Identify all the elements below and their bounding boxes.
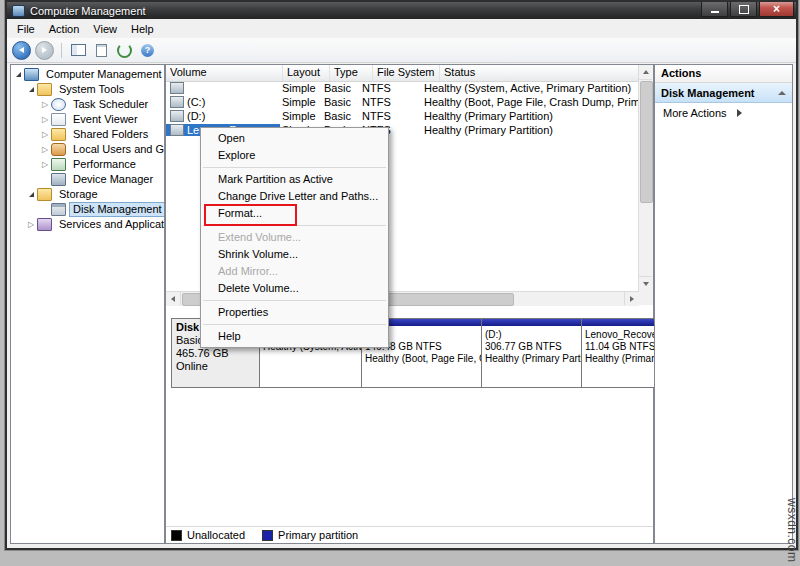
- context-menu-format[interactable]: Format...: [201, 205, 388, 222]
- expander-icon[interactable]: [26, 87, 36, 92]
- window-title: Computer Management: [30, 5, 146, 17]
- actions-section-label: Disk Management: [661, 87, 755, 99]
- tree-item-storage[interactable]: Storage: [11, 187, 164, 202]
- volume-row[interactable]: (C:) Simple Basic NTFS Healthy (Boot, Pa…: [166, 95, 639, 109]
- tree-item-task-scheduler[interactable]: Task Scheduler: [11, 97, 164, 112]
- volume-type: Basic: [322, 96, 360, 108]
- partition-d[interactable]: (D:) 306.77 GB NTFS Healthy (Primary Par…: [482, 318, 582, 388]
- tree-item-device-manager[interactable]: Device Manager: [11, 172, 164, 187]
- context-menu-properties[interactable]: Properties: [201, 304, 388, 321]
- primary-partition-color-bar: [482, 319, 581, 326]
- expander-icon[interactable]: [13, 72, 23, 77]
- volume-icon: [170, 110, 184, 122]
- volume-status: Healthy (Primary Partition): [422, 110, 639, 122]
- maximize-button[interactable]: [730, 2, 757, 17]
- menu-help[interactable]: Help: [124, 21, 161, 37]
- minimize-button[interactable]: [701, 2, 728, 17]
- menu-separator: [203, 167, 386, 168]
- scroll-left-icon: [171, 296, 175, 302]
- vertical-scroll-thumb[interactable]: [640, 81, 653, 203]
- vertical-scrollbar[interactable]: [638, 65, 653, 291]
- expander-icon[interactable]: [40, 161, 50, 169]
- watermark: wsxdn.com: [785, 498, 799, 563]
- actions-section-disk-management[interactable]: Disk Management: [655, 83, 792, 103]
- document-icon: [96, 44, 107, 57]
- column-header-layout[interactable]: Layout: [283, 65, 330, 81]
- column-header-file-system[interactable]: File System: [373, 65, 440, 81]
- forward-button[interactable]: [35, 41, 54, 60]
- partition-status: Healthy (Primary Partition): [485, 353, 578, 365]
- close-button[interactable]: [759, 2, 794, 17]
- menu-action[interactable]: Action: [42, 21, 87, 37]
- column-header-volume[interactable]: Volume: [166, 65, 283, 81]
- more-actions-item[interactable]: More Actions: [655, 103, 792, 123]
- desktop: Computer Management File Action View Hel…: [0, 0, 800, 566]
- tree-item-event-viewer[interactable]: Event Viewer: [11, 112, 164, 127]
- expander-icon[interactable]: [40, 101, 50, 109]
- refresh-icon: [117, 43, 132, 58]
- actions-pane: Actions Disk Management More Actions: [654, 64, 793, 544]
- back-button[interactable]: [12, 41, 31, 60]
- expander-icon[interactable]: [26, 192, 36, 197]
- collapse-chevron-icon: [778, 91, 786, 95]
- volume-layout: Simple: [280, 96, 322, 108]
- tree-item-services-and-applications[interactable]: Services and Applications: [11, 217, 164, 232]
- menu-file[interactable]: File: [10, 21, 42, 37]
- column-header-type[interactable]: Type: [330, 65, 373, 81]
- tree-item-disk-management[interactable]: Disk Management: [11, 202, 164, 217]
- context-menu-shrink-volume[interactable]: Shrink Volume...: [201, 246, 388, 263]
- refresh-button[interactable]: [115, 41, 134, 59]
- legend-label-primary-partition: Primary partition: [278, 529, 358, 541]
- context-menu-add-mirror: Add Mirror...: [201, 263, 388, 280]
- toolbar-separator: [61, 43, 62, 58]
- help-button[interactable]: [138, 41, 157, 59]
- tree-item-local-users-and-groups[interactable]: Local Users and Groups: [11, 142, 164, 157]
- context-menu-extend-volume: Extend Volume...: [201, 229, 388, 246]
- expander-icon[interactable]: [26, 221, 36, 229]
- context-menu-change-drive-letter[interactable]: Change Drive Letter and Paths...: [201, 188, 388, 205]
- tree-item-performance[interactable]: Performance: [11, 157, 164, 172]
- primary-partition-color-swatch: [262, 530, 273, 541]
- volume-row[interactable]: Simple Basic NTFS Healthy (System, Activ…: [166, 81, 639, 95]
- format-label: Format...: [218, 207, 262, 219]
- title-bar[interactable]: Computer Management: [7, 2, 796, 19]
- show-console-tree-button[interactable]: [69, 41, 88, 59]
- volume-icon: [170, 96, 184, 108]
- volume-row[interactable]: (D:) Simple Basic NTFS Healthy (Primary …: [166, 109, 639, 123]
- context-menu-help[interactable]: Help: [201, 328, 388, 345]
- volume-type: Basic: [322, 82, 360, 94]
- users-icon: [51, 143, 66, 156]
- column-header-status[interactable]: Status: [440, 65, 639, 81]
- context-menu-delete-volume[interactable]: Delete Volume...: [201, 280, 388, 297]
- volume-icon: [170, 124, 184, 136]
- actions-header: Actions: [655, 65, 792, 83]
- context-menu-mark-partition-active[interactable]: Mark Partition as Active: [201, 171, 388, 188]
- volume-status: Healthy (Boot, Page File, Crash Dump, Pr…: [422, 96, 639, 108]
- scroll-down-icon: [643, 282, 649, 286]
- context-menu-explore[interactable]: Explore: [201, 147, 388, 164]
- toolbar: [7, 38, 796, 63]
- volume-name: (D:): [187, 110, 205, 122]
- context-menu-open[interactable]: Open: [201, 130, 388, 147]
- tree-item-shared-folders[interactable]: Shared Folders: [11, 127, 164, 142]
- expander-icon[interactable]: [40, 116, 50, 124]
- volume-name: (C:): [187, 96, 205, 108]
- volume-file-system: NTFS: [360, 96, 422, 108]
- scroll-right-button[interactable]: [624, 292, 639, 305]
- console-tree-icon: [71, 44, 86, 56]
- scroll-left-button[interactable]: [166, 292, 181, 305]
- scroll-down-button[interactable]: [639, 276, 652, 291]
- tree-item-system-tools[interactable]: System Tools: [11, 82, 164, 97]
- unallocated-color-swatch: [171, 530, 182, 541]
- maximize-icon: [739, 5, 749, 14]
- scroll-up-button[interactable]: [639, 65, 652, 80]
- volume-layout: Simple: [280, 110, 322, 122]
- app-icon: [12, 5, 25, 17]
- expander-icon[interactable]: [40, 131, 50, 139]
- tree-item-computer-management[interactable]: Computer Management (Local: [11, 67, 164, 82]
- menu-view[interactable]: View: [86, 21, 124, 37]
- help-icon: [141, 44, 154, 57]
- volume-status: Healthy (System, Active, Primary Partiti…: [422, 82, 639, 94]
- export-list-button[interactable]: [92, 41, 111, 59]
- expander-icon[interactable]: [40, 146, 50, 154]
